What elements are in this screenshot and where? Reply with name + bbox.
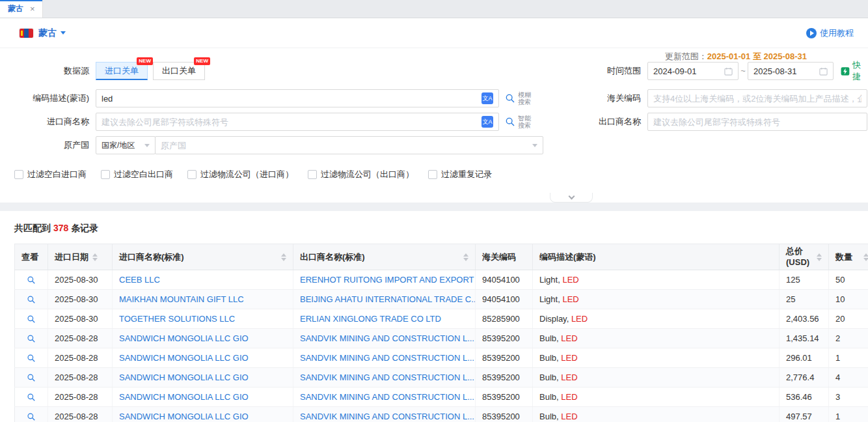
highlighted-term: LED bbox=[561, 333, 577, 343]
magnifier-icon bbox=[27, 354, 36, 363]
sort-icon[interactable] bbox=[463, 253, 468, 261]
exporter-link[interactable]: ERENHOT RUITONG IMPORT AND EXPORT ... bbox=[300, 275, 476, 285]
exporter-link[interactable]: SANDVIK MINING AND CONSTRUCTION L... bbox=[300, 392, 474, 402]
filter-duplicate-records[interactable]: 过滤重复记录 bbox=[428, 169, 492, 180]
origin-country-input[interactable] bbox=[155, 136, 543, 154]
cell-quantity: 4 bbox=[829, 368, 868, 387]
filter-logistics-importer[interactable]: 过滤物流公司（进口商） bbox=[187, 169, 293, 180]
importer-link[interactable]: SANDWICH MONGOLIA LLC GIO bbox=[119, 412, 249, 421]
sort-icon[interactable] bbox=[817, 253, 822, 261]
new-badge: NEW bbox=[137, 57, 153, 65]
tab-export-declarations[interactable]: 出口关单 NEW bbox=[153, 62, 205, 80]
importer-link[interactable]: SANDWICH MONGOLIA LLC GIO bbox=[119, 353, 249, 363]
cell-import-date: 2025-08-30 bbox=[48, 270, 113, 290]
importer-link[interactable]: TOGETHER SOLUTIONS LLC bbox=[119, 314, 235, 324]
country-selector[interactable]: 蒙古 bbox=[38, 27, 57, 39]
checkbox[interactable] bbox=[14, 170, 23, 179]
time-range-label: 时间范围 bbox=[560, 62, 641, 80]
cell-code-desc: Bulb, LED bbox=[533, 387, 780, 407]
exporter-link[interactable]: SANDVIK MINING AND CONSTRUCTION L... bbox=[300, 412, 474, 421]
browser-tab-mongolia[interactable]: 蒙古 × bbox=[0, 0, 43, 18]
table-row: 2025-08-28 SANDWICH MONGOLIA LLC GIO SAN… bbox=[15, 387, 868, 407]
date-start-value[interactable] bbox=[653, 66, 720, 76]
view-record-button[interactable] bbox=[27, 295, 36, 304]
sort-icon[interactable] bbox=[281, 253, 286, 261]
header-hs-code: 海关编码 bbox=[476, 244, 533, 270]
view-record-button[interactable] bbox=[27, 315, 36, 324]
importer-link[interactable]: CEEB LLC bbox=[119, 275, 160, 285]
sort-icon[interactable] bbox=[92, 253, 98, 261]
hs-code-input[interactable] bbox=[647, 89, 867, 107]
origin-country-value[interactable] bbox=[161, 141, 528, 150]
date-start-input[interactable] bbox=[647, 62, 739, 80]
code-desc-input[interactable]: 文A bbox=[96, 89, 499, 107]
cell-exporter: SANDVIK MINING AND CONSTRUCTION L... bbox=[293, 329, 476, 348]
filter-blank-importer[interactable]: 过滤空白进口商 bbox=[14, 169, 87, 180]
importer-link[interactable]: SANDWICH MONGOLIA LLC GIO bbox=[119, 333, 249, 343]
cell-import-date: 2025-08-30 bbox=[48, 290, 113, 309]
quick-select-button[interactable]: 快捷 bbox=[841, 62, 868, 80]
cell-exporter: BEIJING AHATU INTERNATIONAL TRADE C... bbox=[293, 290, 476, 309]
view-record-button[interactable] bbox=[27, 354, 36, 363]
cell-importer: SANDWICH MONGOLIA LLC GIO bbox=[113, 407, 293, 422]
exporter-name-value[interactable] bbox=[653, 117, 861, 127]
fuzzy-search-button[interactable]: 模糊搜索 bbox=[505, 89, 531, 107]
importer-name-input[interactable]: 文A bbox=[96, 113, 499, 131]
filter-logistics-exporter[interactable]: 过滤物流公司（出口商） bbox=[308, 169, 414, 180]
results-summary: 共匹配到378条记录 bbox=[0, 211, 868, 244]
tab-close-icon[interactable]: × bbox=[30, 5, 35, 13]
cell-importer: SANDWICH MONGOLIA LLC GIO bbox=[113, 329, 293, 348]
exporter-link[interactable]: ERLIAN XINGLONG TRADE CO LTD bbox=[300, 314, 441, 324]
cell-hs-code: 85395200 bbox=[476, 329, 533, 348]
header-importer-name[interactable]: 进口商名称(标准) bbox=[113, 244, 293, 270]
header-import-date[interactable]: 进口日期 bbox=[48, 244, 113, 270]
exporter-link[interactable]: SANDVIK MINING AND CONSTRUCTION L... bbox=[300, 353, 474, 363]
cell-importer: TOGETHER SOLUTIONS LLC bbox=[113, 309, 293, 329]
exporter-link[interactable]: BEIJING AHATU INTERNATIONAL TRADE C... bbox=[300, 294, 476, 304]
header-exporter-name[interactable]: 出口商名称(标准) bbox=[293, 244, 476, 270]
sort-icon[interactable] bbox=[863, 253, 868, 261]
exporter-link[interactable]: SANDVIK MINING AND CONSTRUCTION L... bbox=[300, 373, 474, 382]
cell-code-desc: Light, LED bbox=[533, 270, 780, 290]
importer-link[interactable]: SANDWICH MONGOLIA LLC GIO bbox=[119, 392, 249, 402]
chevron-down-icon[interactable] bbox=[61, 31, 66, 35]
table-row: 2025-08-28 SANDWICH MONGOLIA LLC GIO SAN… bbox=[15, 368, 868, 387]
checkbox[interactable] bbox=[101, 170, 110, 179]
importer-name-value[interactable] bbox=[102, 117, 478, 127]
translate-icon[interactable]: 文A bbox=[481, 92, 493, 104]
header-total-price[interactable]: 总价 (USD) bbox=[780, 244, 829, 270]
cell-total-price: 296.01 bbox=[780, 348, 829, 368]
cell-quantity: 20 bbox=[829, 309, 868, 329]
hs-code-value[interactable] bbox=[653, 94, 861, 104]
view-record-button[interactable] bbox=[27, 275, 36, 285]
smart-search-button[interactable]: 智能搜索 bbox=[505, 113, 531, 131]
checkbox[interactable] bbox=[187, 170, 197, 179]
highlighted-term: LED bbox=[561, 373, 577, 382]
chevron-down-icon bbox=[144, 144, 150, 147]
cell-hs-code: 85395200 bbox=[476, 368, 533, 387]
filter-blank-exporter[interactable]: 过滤空白出口商 bbox=[101, 169, 173, 180]
view-record-button[interactable] bbox=[27, 334, 36, 343]
tutorial-link[interactable]: 使用教程 bbox=[806, 27, 854, 39]
highlighted-term: LED bbox=[571, 314, 588, 324]
checkbox[interactable] bbox=[308, 170, 317, 179]
translate-icon[interactable]: 文A bbox=[481, 116, 493, 128]
origin-type-select[interactable]: 国家/地区 bbox=[96, 136, 156, 154]
code-desc-value[interactable] bbox=[102, 94, 478, 104]
view-record-button[interactable] bbox=[27, 393, 36, 402]
header-quantity[interactable]: 数量 bbox=[829, 244, 868, 270]
date-end-value[interactable] bbox=[753, 66, 815, 76]
importer-link[interactable]: SANDWICH MONGOLIA LLC GIO bbox=[119, 373, 249, 382]
checkbox[interactable] bbox=[428, 170, 437, 179]
tab-import-declarations[interactable]: 进口关单 NEW bbox=[96, 62, 148, 80]
view-record-button[interactable] bbox=[27, 412, 36, 421]
importer-link[interactable]: MAIKHAN MOUNTAIN GIFT LLC bbox=[119, 294, 244, 304]
cell-quantity: 3 bbox=[829, 387, 868, 407]
view-record-button[interactable] bbox=[27, 373, 36, 382]
highlighted-term: LED bbox=[561, 412, 577, 421]
collapse-search-panel-button[interactable] bbox=[550, 193, 593, 203]
date-end-input[interactable] bbox=[748, 62, 834, 80]
exporter-name-input[interactable] bbox=[647, 113, 867, 131]
cell-exporter: SANDVIK MINING AND CONSTRUCTION L... bbox=[293, 368, 476, 387]
exporter-link[interactable]: SANDVIK MINING AND CONSTRUCTION L... bbox=[300, 333, 474, 343]
